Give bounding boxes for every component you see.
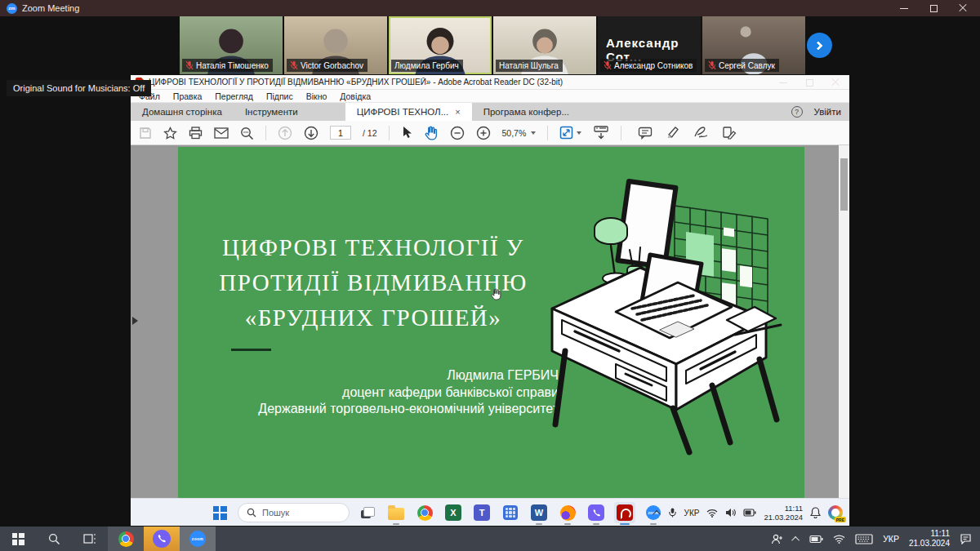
tray-date: 21.03.2024 [764, 513, 803, 522]
slide-title-line1: ЦИФРОВІ ТЕХНОЛОГІЇ У [219, 230, 528, 265]
star-icon[interactable] [163, 127, 177, 140]
acrobat-window: ЦИФРОВІ ТЕХНОЛОГІЇ У ПРОТИДІЇ ВІДМИВАННЮ… [131, 75, 849, 526]
host-viber-button[interactable] [144, 527, 180, 551]
acrobat-close-icon[interactable] [831, 78, 840, 87]
participant-tile[interactable]: Наталія Шульга [493, 16, 596, 74]
zoom-out-icon[interactable] [450, 126, 465, 140]
wifi-icon[interactable] [706, 509, 718, 518]
pdf-viewport[interactable]: ЦИФРОВІ ТЕХНОЛОГІЇ У ПРОТИДІЇ ВІДМИВАННЮ… [131, 145, 849, 499]
mic-tray-icon[interactable] [668, 507, 677, 518]
acrobat-icon [617, 504, 633, 521]
email-icon[interactable] [214, 127, 229, 139]
scrollbar-thumb[interactable] [840, 158, 848, 211]
vertical-scrollbar[interactable] [839, 145, 849, 499]
sign-in-button[interactable]: Увійти [814, 107, 841, 117]
fit-page-dropdown[interactable] [559, 126, 581, 140]
people-icon[interactable] [771, 534, 784, 544]
notification-bell-icon[interactable] [810, 507, 821, 518]
page-down-icon[interactable] [304, 126, 318, 140]
start-button[interactable] [209, 502, 230, 523]
chevron-down-icon [577, 131, 581, 135]
slide-authors: Людмила ГЕРБИЧ доцент кафедри банківсько… [216, 367, 559, 418]
tab-home[interactable]: Домашня сторінка [131, 103, 234, 121]
menu-sign[interactable]: Підпис [266, 91, 293, 101]
calculator-button[interactable] [500, 502, 521, 523]
save-icon[interactable] [139, 127, 152, 140]
help-icon[interactable]: ? [791, 106, 803, 118]
muted-mic-icon [185, 60, 194, 70]
tab-close-icon[interactable]: × [455, 107, 460, 117]
zoom-in-icon[interactable] [476, 126, 491, 140]
clock[interactable]: 11:11 21.03.2024 [764, 504, 803, 522]
chrome-button[interactable] [414, 502, 435, 523]
action-center-icon[interactable] [960, 533, 972, 544]
copilot-icon[interactable]: PRE [828, 505, 843, 520]
word-icon: W [531, 504, 547, 521]
zoom-minimize-icon[interactable] [900, 4, 908, 12]
task-view-button[interactable] [357, 502, 378, 523]
nav-pane-expand-icon[interactable] [132, 317, 138, 325]
excel-icon: X [445, 504, 461, 521]
battery-icon[interactable] [743, 509, 756, 517]
participant-name: Наталія Тімошенко [196, 61, 269, 70]
next-participants-button[interactable] [807, 33, 832, 58]
host-start-button[interactable] [0, 527, 36, 551]
participant-tile[interactable]: Наталія Тімошенко [180, 16, 283, 74]
keyboard-icon[interactable] [855, 534, 873, 544]
zoom-level-dropdown[interactable]: 50,7% [502, 128, 537, 138]
tab-conference[interactable]: Програма конфер... [472, 103, 581, 121]
hidden-icons-chevron[interactable] [791, 535, 800, 544]
menu-edit[interactable]: Правка [173, 91, 202, 101]
host-chrome-button[interactable] [108, 527, 144, 551]
wifi-icon[interactable] [833, 534, 845, 544]
file-explorer-button[interactable] [385, 502, 407, 523]
tab-document-active[interactable]: ЦИФРОВІ ТЕХНОЛ... × [345, 103, 472, 121]
acrobat-restore-icon[interactable] [805, 78, 813, 87]
participant-name: Наталія Шульга [499, 61, 559, 70]
viber-button[interactable] [586, 502, 607, 523]
taskbar-search-box[interactable]: Пошук [238, 503, 350, 522]
toolbar-collapse-icon[interactable] [593, 126, 609, 140]
folder-icon [388, 508, 404, 520]
excel-button[interactable]: X [443, 502, 464, 523]
hand-tool-icon[interactable] [424, 126, 439, 140]
comment-icon[interactable] [638, 127, 653, 140]
host-zoom-button[interactable]: zoom [180, 527, 216, 551]
author-name: Людмила ГЕРБИЧ [216, 367, 559, 384]
participant-name: Сергей Савлук [719, 61, 775, 70]
zoom-window-title: Zoom Meeting [22, 3, 79, 13]
chrome-icon [118, 531, 134, 547]
menu-help[interactable]: Довідка [340, 91, 371, 101]
participant-tile-active-speaker[interactable]: Людмила Гербич [389, 16, 492, 74]
zoom-close-icon[interactable] [959, 4, 967, 12]
search-icon[interactable] [240, 127, 254, 140]
clock[interactable]: 11:11 21.03.2024 [909, 529, 950, 549]
participant-tile[interactable]: Victor Gorbachov [284, 16, 387, 74]
sign-pen-icon[interactable] [693, 126, 709, 140]
acrobat-taskbar-button[interactable] [614, 502, 635, 523]
select-tool-icon[interactable] [401, 126, 412, 140]
language-indicator[interactable]: УКР [883, 534, 899, 544]
host-task-view-button[interactable] [72, 527, 108, 551]
print-icon[interactable] [189, 127, 203, 140]
zoom-restore-icon[interactable] [929, 4, 938, 12]
page-number-input[interactable]: 1 [330, 126, 351, 140]
tab-tools[interactable]: Інструменти [234, 103, 310, 121]
language-indicator[interactable]: УКР [684, 509, 700, 518]
fill-sign-icon[interactable] [722, 126, 737, 140]
battery-icon[interactable] [809, 535, 823, 544]
teams-button[interactable]: T [471, 502, 492, 523]
host-search-button[interactable] [36, 527, 72, 551]
menu-window[interactable]: Вікно [306, 91, 327, 101]
speaker-icon[interactable] [725, 508, 736, 518]
firefox-button[interactable] [557, 502, 578, 523]
menu-view[interactable]: Перегляд [215, 91, 253, 101]
highlight-icon[interactable] [666, 126, 680, 140]
word-button[interactable]: W [528, 502, 550, 523]
original-sound-toggle[interactable]: Original Sound for Musicians: Off [7, 80, 151, 96]
participant-tile-no-video[interactable]: Александр Сот... Александр Сотников [598, 16, 701, 74]
hand-cursor-icon [490, 288, 502, 300]
acrobat-minimize-icon[interactable] [779, 78, 787, 87]
participant-tile[interactable]: Сергей Савлук [702, 16, 805, 74]
page-up-icon[interactable] [278, 126, 292, 140]
